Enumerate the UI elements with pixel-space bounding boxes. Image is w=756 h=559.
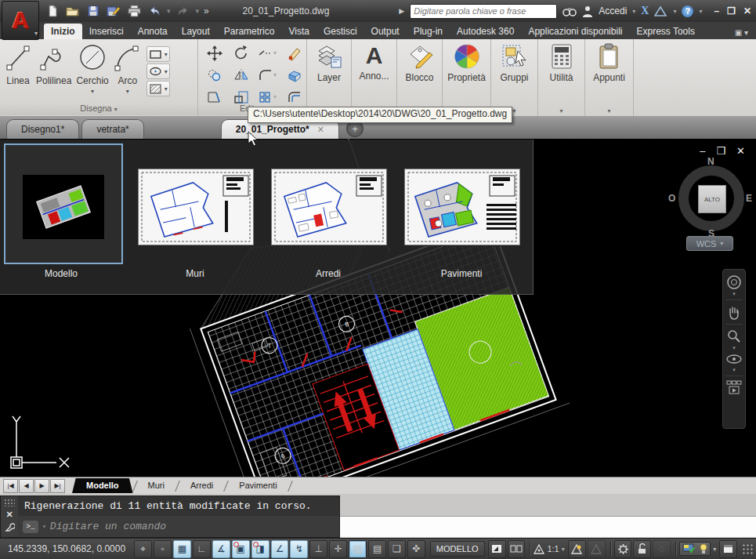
redo-dropdown[interactable]: ▾ bbox=[196, 7, 200, 15]
window-resize-grip[interactable] bbox=[742, 543, 753, 554]
command-input-line[interactable]: >_ ▾ Digitare un comando bbox=[18, 516, 339, 537]
search-binoculars-icon[interactable] bbox=[562, 5, 577, 17]
viewcube-east[interactable]: E bbox=[746, 193, 752, 204]
tab-inizio[interactable]: Inizio bbox=[44, 24, 82, 39]
toggle-object-snap-3d[interactable]: ◨ bbox=[251, 540, 269, 558]
plot-button[interactable] bbox=[125, 3, 143, 19]
tab-applicazioni[interactable]: Applicazioni disponibili bbox=[521, 24, 629, 39]
quick-view-layouts-button[interactable] bbox=[508, 540, 526, 558]
panel-appunti[interactable]: Appunti ▾ bbox=[585, 39, 634, 116]
hardware-acceleration-icon[interactable] bbox=[682, 543, 696, 554]
layout-space-button[interactable] bbox=[488, 540, 506, 558]
move-button[interactable] bbox=[201, 42, 227, 64]
zoom-dropdown[interactable]: ▾ bbox=[732, 347, 736, 350]
viewcube-north[interactable]: N bbox=[707, 156, 714, 167]
arc-button[interactable]: Arco ▾ bbox=[114, 42, 142, 96]
preview-label-modello[interactable]: Modello bbox=[2, 268, 120, 279]
panel-layer[interactable]: Layer bbox=[307, 39, 352, 116]
layout-first-button[interactable]: |◀ bbox=[3, 479, 18, 493]
hatch-button[interactable]: ▾ bbox=[146, 81, 170, 96]
preview-label-pavimenti[interactable]: Pavimenti bbox=[403, 268, 520, 279]
showmotion-icon[interactable] bbox=[726, 380, 742, 394]
tab-plugin[interactable]: Plug-in bbox=[407, 24, 450, 39]
layout-tab-modello[interactable]: Modello bbox=[72, 478, 133, 493]
tab-autodesk360[interactable]: Autodesk 360 bbox=[450, 24, 521, 39]
rectangle-button[interactable]: ▾ bbox=[146, 46, 170, 62]
ellipse-button[interactable]: ▾ bbox=[146, 64, 170, 79]
layout-last-button[interactable]: ▶| bbox=[50, 479, 65, 493]
toggle-infer-constraints[interactable]: ▫ bbox=[154, 540, 172, 558]
new-file-button[interactable] bbox=[44, 3, 61, 19]
arc-dropdown[interactable]: ▾ bbox=[126, 88, 129, 95]
annotation-scale-control[interactable]: 1:1 ▾ bbox=[534, 544, 564, 554]
workspace-switching-button[interactable] bbox=[614, 540, 632, 558]
panel-gruppi[interactable]: Gruppi ▾ bbox=[491, 39, 538, 116]
toggle-transparency[interactable]: ▨ bbox=[349, 540, 367, 558]
application-menu-button[interactable]: A▾ bbox=[2, 1, 39, 40]
tab-inserisci[interactable]: Inserisci bbox=[82, 24, 131, 39]
toggle-object-snap[interactable]: ▣ bbox=[232, 540, 250, 558]
auto-annotation-scale-button[interactable] bbox=[588, 540, 606, 558]
layout-next-button[interactable]: ▶ bbox=[34, 479, 49, 493]
doc-minimize-button[interactable]: – bbox=[700, 145, 705, 157]
panel-utilita[interactable]: Utilità ▾ bbox=[538, 39, 585, 116]
viewcube-top-face[interactable]: ALTO bbox=[698, 185, 726, 213]
toggle-grid-display[interactable]: ▦ bbox=[173, 540, 191, 558]
minimize-button[interactable]: – bbox=[714, 5, 719, 16]
maximize-button[interactable]: ❒ bbox=[727, 5, 736, 16]
toggle-object-snap-tracking[interactable]: ∠ bbox=[271, 540, 289, 558]
autodesk360-icon[interactable] bbox=[654, 5, 667, 17]
circle-button[interactable]: Cerchio ▾ bbox=[76, 42, 108, 96]
toggle-quick-properties[interactable]: ▤ bbox=[368, 540, 386, 558]
preview-label-arredi[interactable]: Arredi bbox=[269, 268, 387, 279]
line-button[interactable]: Linea bbox=[5, 42, 31, 96]
command-input-placeholder[interactable]: Digitare un comando bbox=[50, 521, 166, 532]
appunti-flyout[interactable]: ▾ bbox=[585, 107, 633, 114]
tab-parametrico[interactable]: Parametrico bbox=[217, 24, 282, 39]
explode-button[interactable] bbox=[281, 64, 307, 85]
search-expand-arrow[interactable]: ▶ bbox=[399, 7, 404, 15]
polyline-button[interactable]: Polilinea bbox=[36, 42, 71, 96]
ui-lock-button[interactable] bbox=[633, 540, 651, 558]
preview-muri[interactable] bbox=[138, 169, 254, 245]
file-tab-vetrata[interactable]: vetrata* bbox=[81, 119, 143, 139]
recent-commands-dropdown[interactable]: ▾ bbox=[42, 523, 46, 530]
panel-proprieta[interactable]: Proprietà bbox=[443, 39, 491, 116]
palette-customize-wrench-icon[interactable] bbox=[5, 522, 15, 532]
tab-annota[interactable]: Annota bbox=[131, 24, 175, 39]
command-palette[interactable]: ✕ Rigenerazione di 11 entità modificate … bbox=[0, 495, 340, 538]
toggle-annotation-monitor[interactable]: ✜ bbox=[407, 540, 425, 558]
redo-button[interactable] bbox=[175, 3, 192, 19]
layout-prev-button[interactable]: ◀ bbox=[19, 479, 34, 493]
toggle-polar-tracking[interactable]: ∡ bbox=[212, 540, 230, 558]
toggle-snap-mode[interactable]: ⌖ bbox=[134, 540, 152, 558]
search-input[interactable] bbox=[410, 4, 557, 19]
toggle-snap-tracking[interactable]: ↯ bbox=[290, 540, 308, 558]
orbit-dropdown[interactable]: ▾ bbox=[732, 368, 736, 372]
wcs-dropdown[interactable]: WCS▾ bbox=[686, 236, 733, 251]
orbit-icon[interactable] bbox=[725, 352, 743, 366]
palette-close-icon[interactable]: ✕ bbox=[5, 510, 13, 518]
copy-button[interactable] bbox=[201, 64, 227, 85]
save-as-button[interactable] bbox=[105, 3, 122, 19]
layout-tab-muri[interactable]: Muri bbox=[137, 479, 175, 492]
annotation-scale-dropdown[interactable]: ▾ bbox=[562, 546, 565, 553]
preview-pavimenti[interactable] bbox=[404, 169, 520, 245]
close-button[interactable]: ✕ bbox=[743, 5, 751, 16]
ribbon-display-toggle[interactable]: ▣ ▾ bbox=[735, 28, 748, 39]
trim-button[interactable]: ▾ bbox=[255, 42, 280, 64]
fillet-button[interactable]: ▾ bbox=[255, 64, 280, 85]
open-file-button[interactable] bbox=[64, 3, 81, 19]
toggle-dynamic-ucs[interactable]: ⊥ bbox=[309, 540, 327, 558]
panel-blocco[interactable]: Blocco bbox=[397, 39, 443, 116]
help-dropdown[interactable]: ▾ bbox=[699, 8, 702, 15]
panel-annotazione[interactable]: A Anno... bbox=[352, 39, 397, 116]
drawing-canvas[interactable]: 786 – ❒ ✕ N O E S ALTO WCS▾ bbox=[0, 139, 756, 477]
tab-layout[interactable]: Layout bbox=[175, 24, 217, 39]
performance-tuner-lightbulb-icon[interactable] bbox=[700, 543, 707, 554]
doc-restore-button[interactable]: ❒ bbox=[716, 145, 725, 157]
erase-button[interactable] bbox=[281, 42, 307, 64]
utilita-flyout[interactable]: ▾ bbox=[538, 107, 584, 114]
isolate-objects-button[interactable]: ◌ bbox=[653, 540, 671, 558]
tab-output[interactable]: Output bbox=[364, 24, 407, 39]
